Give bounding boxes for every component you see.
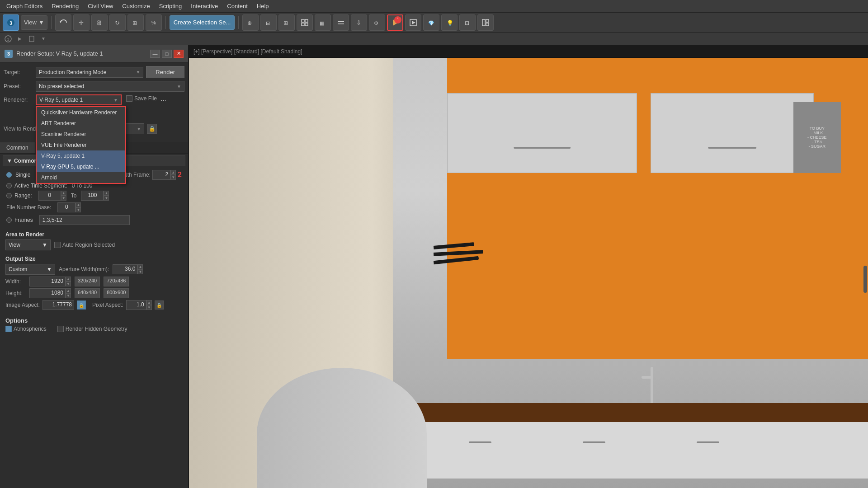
move-btn[interactable]: ✛: [73, 14, 90, 31]
view-dropdown[interactable]: View ▼: [21, 15, 47, 30]
menu-rendering[interactable]: Rendering: [47, 1, 83, 11]
scale-btn[interactable]: ⊞: [127, 14, 144, 31]
layers-btn[interactable]: [333, 14, 349, 31]
snap-btn[interactable]: ⊕: [242, 14, 259, 31]
export-btn[interactable]: ⊡: [459, 14, 476, 31]
range-from-down[interactable]: ▼: [61, 196, 66, 201]
every-nth-up[interactable]: ▲: [170, 170, 176, 175]
rotate-btn[interactable]: ↻: [109, 14, 126, 31]
area-view-select[interactable]: View ▼: [5, 239, 51, 250]
render-button[interactable]: Render: [146, 66, 184, 78]
width-up[interactable]: ▲: [66, 277, 71, 282]
renderer-option-arnold[interactable]: Arnold: [37, 172, 125, 183]
preset-320x240[interactable]: 320x240: [75, 277, 100, 286]
range-to-down[interactable]: ▼: [104, 196, 109, 201]
custom-select[interactable]: Custom ▼: [5, 264, 55, 275]
light-btn[interactable]: 💡: [441, 14, 458, 31]
auto-region-checkbox[interactable]: [54, 242, 61, 248]
menu-customize[interactable]: Customize: [118, 1, 154, 11]
render-active-btn[interactable]: 1: [387, 14, 403, 31]
scene-btn[interactable]: ▦: [315, 14, 331, 31]
width-down[interactable]: ▼: [66, 282, 71, 286]
range-from-up[interactable]: ▲: [61, 191, 66, 196]
lock-icon[interactable]: 🔒: [147, 124, 157, 134]
renderer-dropdown[interactable]: V-Ray 5, update 1 ▼: [36, 94, 122, 105]
preset-dropdown[interactable]: No preset selected ▼: [36, 81, 184, 92]
tab-common[interactable]: Common: [0, 142, 35, 153]
height-down[interactable]: ▼: [66, 293, 71, 298]
arrow-down-btn[interactable]: ⇩: [351, 14, 367, 31]
pixel-aspect-input[interactable]: 1.0: [126, 300, 146, 310]
single-radio[interactable]: [6, 172, 12, 178]
atmospherics-label: Atmospherics: [14, 326, 47, 332]
height-label: Height:: [5, 290, 26, 296]
file-number-down[interactable]: ▼: [75, 207, 81, 212]
frames-input[interactable]: [39, 215, 130, 225]
align-btn[interactable]: ⊟: [260, 14, 277, 31]
menu-help[interactable]: Help: [252, 1, 274, 11]
menu-scripting[interactable]: Scripting: [155, 1, 187, 11]
aperture-up[interactable]: ▲: [137, 264, 143, 269]
save-file-browse-btn[interactable]: …: [160, 95, 166, 102]
preset-640x480[interactable]: 640x480: [75, 288, 100, 298]
file-number-up[interactable]: ▲: [75, 202, 81, 207]
renderer-option-vray-gpu[interactable]: V-Ray GPU 5, update ...: [37, 161, 125, 172]
menu-interactive[interactable]: Interactive: [186, 1, 222, 11]
link-btn[interactable]: ⛓: [91, 14, 108, 31]
scroll-right[interactable]: [863, 266, 867, 293]
render-hidden-checkbox[interactable]: [57, 326, 64, 332]
percent-btn[interactable]: %: [146, 14, 162, 31]
create-selection-btn[interactable]: Create Selection Se...: [170, 15, 235, 30]
aperture-input[interactable]: 36.0: [113, 264, 137, 274]
table-btn[interactable]: [297, 14, 313, 31]
minimize-btn[interactable]: —: [150, 50, 160, 58]
tb2-arrow[interactable]: ▶: [14, 34, 25, 44]
image-aspect-lock[interactable]: 🔒: [77, 300, 86, 310]
renderer-option-art[interactable]: ART Renderer: [37, 118, 125, 129]
atmospherics-checkbox[interactable]: [5, 326, 12, 332]
range-radio[interactable]: [6, 193, 12, 198]
save-file-checkbox[interactable]: [126, 95, 132, 102]
render-frame-btn[interactable]: [405, 14, 421, 31]
width-input[interactable]: 1920: [29, 277, 66, 286]
file-number-input[interactable]: 0: [57, 202, 75, 212]
tb2-file[interactable]: [26, 34, 37, 44]
frames-radio[interactable]: [6, 217, 12, 223]
pixel-aspect-lock[interactable]: 🔒: [155, 300, 164, 310]
tb2-logo[interactable]: 3: [3, 34, 14, 44]
grid-btn[interactable]: ⊞: [278, 14, 295, 31]
app-logo-btn[interactable]: 3: [3, 14, 19, 31]
menu-graph-editors[interactable]: Graph Editors: [2, 1, 47, 11]
range-to-up[interactable]: ▲: [104, 191, 109, 196]
range-to-input[interactable]: 100: [81, 191, 104, 201]
menu-content[interactable]: Content: [222, 1, 252, 11]
menu-civil-view[interactable]: Civil View: [83, 1, 118, 11]
tb2-arrow2[interactable]: ▼: [38, 34, 49, 44]
aperture-down[interactable]: ▼: [137, 269, 143, 274]
renderer-option-quicksilver[interactable]: Quicksilver Hardware Renderer: [37, 107, 125, 118]
every-nth-down[interactable]: ▼: [170, 175, 176, 180]
image-aspect-input[interactable]: 1.77778: [42, 300, 74, 310]
target-dropdown[interactable]: Production Rendering Mode ▼: [36, 67, 143, 78]
every-nth-input[interactable]: 2: [152, 170, 170, 180]
range-from-input[interactable]: 0: [38, 191, 61, 201]
undo-btn[interactable]: [55, 14, 71, 31]
maximize-btn[interactable]: □: [162, 50, 172, 58]
renderer-option-vue[interactable]: VUE File Renderer: [37, 140, 125, 150]
preset-800x600[interactable]: 800x600: [104, 288, 129, 298]
settings-btn[interactable]: ⚙: [369, 14, 385, 31]
viewport-layout-btn[interactable]: [477, 14, 494, 31]
preset-720x486[interactable]: 720x486: [104, 277, 129, 286]
height-input[interactable]: 1080: [29, 288, 66, 298]
kitchen-scene[interactable]: TO BUY - MILK - CHEESE - TEA - SUGAR: [189, 58, 868, 488]
left-panel: 3 Render Setup: V-Ray 5, update 1 — □ ✕ …: [0, 45, 189, 488]
pixel-aspect-up[interactable]: ▲: [146, 300, 152, 305]
renderer-option-vray5[interactable]: V-Ray 5, update 1: [37, 150, 125, 161]
to-buy-note: TO BUY - MILK - CHEESE - TEA - SUGAR: [793, 102, 841, 173]
renderer-option-scanline[interactable]: Scanline Renderer: [37, 129, 125, 140]
pixel-aspect-down[interactable]: ▼: [146, 305, 152, 310]
material-btn[interactable]: 💎: [423, 14, 439, 31]
active-time-radio[interactable]: [6, 183, 12, 188]
height-up[interactable]: ▲: [66, 288, 71, 293]
close-btn[interactable]: ✕: [174, 50, 184, 58]
